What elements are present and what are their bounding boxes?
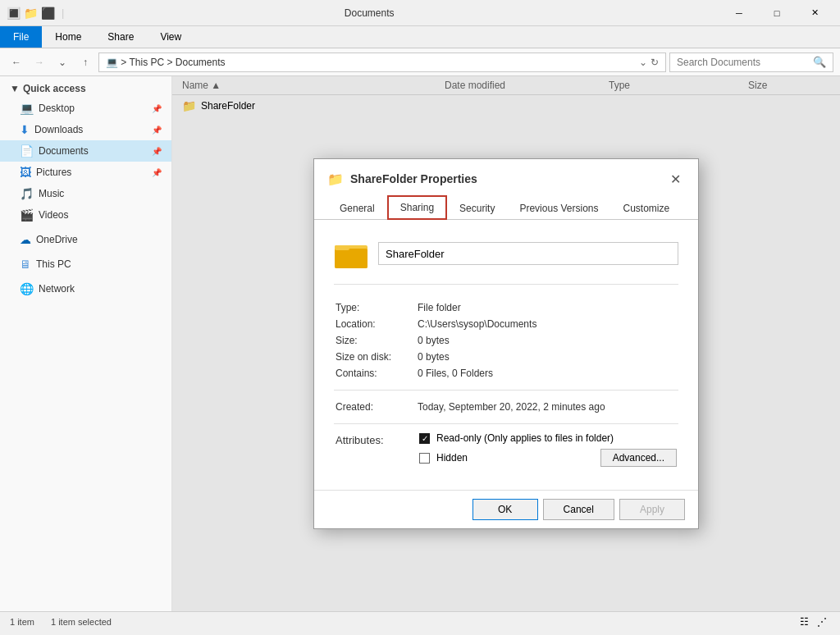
back-button[interactable]: ←	[7, 53, 26, 72]
tab-share[interactable]: Share	[94, 26, 147, 48]
dialog-tabs: General Sharing Security Previous Versio…	[314, 195, 698, 220]
pictures-icon: 🖼	[20, 166, 31, 179]
tab-view[interactable]: View	[147, 26, 194, 48]
search-box: 🔍	[669, 53, 833, 72]
dialog-tab-sharing[interactable]: Sharing	[387, 195, 447, 220]
readonly-label: Read-only (Only applies to files in fold…	[436, 432, 614, 444]
address-bar: ← → ⌄ ↑ 💻 > This PC > Documents ⌄ ↻ 🔍	[0, 48, 840, 76]
cancel-button[interactable]: Cancel	[543, 499, 614, 520]
sidebar-label-documents: Documents	[39, 145, 89, 157]
attributes-table: Attributes: Read-only (Only applies to f…	[334, 431, 678, 473]
tab-file[interactable]: File	[0, 26, 42, 48]
ribbon-tabs: File Home Share View	[0, 26, 840, 48]
sidebar-item-desktop[interactable]: 💻 Desktop 📌	[0, 98, 171, 119]
dialog-tab-security[interactable]: Security	[447, 195, 507, 220]
folder-name-row	[334, 236, 678, 285]
address-path[interactable]: 💻 > This PC > Documents ⌄ ↻	[98, 53, 666, 72]
videos-icon: 🎬	[20, 208, 34, 222]
maximize-button[interactable]: □	[758, 0, 796, 26]
refresh-icon[interactable]: ↻	[651, 57, 659, 68]
dialog-overlay: 📁 ShareFolder Properties ✕ General Shari…	[172, 76, 840, 611]
sidebar-label-videos: Videos	[39, 209, 68, 221]
tab-home[interactable]: Home	[42, 26, 94, 48]
pin-icon-downloads: 📌	[152, 126, 162, 135]
location-value: C:\Users\sysop\Documents	[418, 318, 677, 330]
size-on-disk-value: 0 bytes	[418, 351, 677, 363]
attributes-row: Attributes: Read-only (Only applies to f…	[336, 432, 677, 472]
forward-button[interactable]: →	[30, 53, 49, 72]
grid-view-button[interactable]: ⋰	[814, 614, 830, 630]
content-area: Name ▲ Date modified Type Size 📁 ShareFo…	[172, 76, 840, 611]
window-controls: ─ □ ✕	[720, 0, 833, 26]
minimize-button[interactable]: ─	[720, 0, 758, 26]
sidebar-item-documents[interactable]: 📄 Documents 📌	[0, 140, 171, 162]
dialog-tab-customize[interactable]: Customize	[610, 195, 682, 220]
sidebar-item-network[interactable]: 🌐 Network	[0, 278, 171, 299]
title-bar: 🔳 📁 ⬛ | Documents ─ □ ✕	[0, 0, 840, 26]
size-on-disk-row: Size on disk: 0 bytes	[336, 349, 677, 365]
onedrive-icon: ☁	[20, 233, 31, 246]
divider-2	[334, 423, 678, 424]
hidden-checkbox[interactable]	[419, 453, 430, 464]
quick-access-label: Quick access	[23, 83, 86, 94]
folder-icon-large	[334, 236, 368, 271]
folder-name-input[interactable]	[378, 242, 678, 265]
dialog-content: Type: File folder Location: C:\Users\sys…	[314, 220, 698, 490]
thispc-section: 🖥 This PC	[0, 254, 171, 275]
hidden-label: Hidden	[436, 452, 468, 464]
sidebar: ▼ Quick access 💻 Desktop 📌 ⬇ Downloads 📌…	[0, 76, 172, 611]
dialog-title-bar: 📁 ShareFolder Properties ✕	[314, 159, 698, 195]
sidebar-item-downloads[interactable]: ⬇ Downloads 📌	[0, 119, 171, 140]
dialog-tab-general[interactable]: General	[327, 195, 387, 220]
size-value: 0 bytes	[418, 335, 677, 346]
pin-icon-pictures: 📌	[152, 168, 162, 177]
up-button[interactable]: ↑	[75, 53, 95, 72]
sidebar-item-videos[interactable]: 🎬 Videos	[0, 204, 171, 226]
sidebar-item-onedrive[interactable]: ☁ OneDrive	[0, 229, 171, 250]
readonly-row: Read-only (Only applies to files in fold…	[419, 432, 677, 444]
path-text: 💻 > This PC > Documents	[106, 57, 226, 68]
divider-1	[334, 390, 678, 391]
created-row: Created: Today, September 20, 2022, 2 mi…	[336, 399, 677, 415]
location-label: Location:	[336, 318, 418, 330]
attributes-label: Attributes:	[336, 432, 418, 472]
network-icon: 🌐	[20, 282, 34, 295]
chevron-icon: ▼	[10, 83, 20, 94]
main-layout: ▼ Quick access 💻 Desktop 📌 ⬇ Downloads 📌…	[0, 76, 840, 611]
close-button[interactable]: ✕	[796, 0, 833, 26]
status-bar: 1 item 1 item selected ☷ ⋰	[0, 611, 840, 631]
attributes-values: Read-only (Only applies to files in fold…	[419, 432, 677, 472]
advanced-button[interactable]: Advanced...	[600, 449, 677, 467]
type-label: Type:	[336, 302, 418, 313]
svg-rect-1	[335, 249, 368, 268]
dialog-tab-previous-versions[interactable]: Previous Versions	[507, 195, 610, 220]
pin-icon-documents: 📌	[152, 147, 162, 156]
dialog-title-icon: 📁	[327, 171, 344, 187]
desktop-icon: 💻	[20, 102, 34, 115]
location-row: Location: C:\Users\sysop\Documents	[336, 316, 677, 332]
sidebar-label-pictures: Pictures	[36, 167, 71, 178]
contains-row: Contains: 0 Files, 0 Folders	[336, 365, 677, 381]
recent-button[interactable]: ⌄	[52, 53, 72, 72]
size-label: Size:	[336, 335, 418, 346]
sidebar-label-desktop: Desktop	[39, 103, 75, 114]
list-view-button[interactable]: ☷	[796, 614, 812, 630]
path-chevron: ⌄	[639, 57, 647, 68]
contains-value: 0 Files, 0 Folders	[418, 368, 677, 379]
dialog-close-button[interactable]: ✕	[665, 169, 685, 189]
onedrive-section: ☁ OneDrive	[0, 229, 171, 250]
properties-dialog: 📁 ShareFolder Properties ✕ General Shari…	[313, 158, 699, 529]
thispc-icon: 🖥	[20, 258, 31, 271]
sidebar-label-network: Network	[39, 283, 75, 295]
created-table: Created: Today, September 20, 2022, 2 mi…	[334, 397, 678, 417]
attributes-section: Attributes: Read-only (Only applies to f…	[334, 431, 678, 473]
sidebar-item-thispc[interactable]: 🖥 This PC	[0, 254, 171, 275]
apply-button[interactable]: Apply	[619, 499, 685, 520]
search-input[interactable]	[677, 57, 810, 68]
sidebar-item-music[interactable]: 🎵 Music	[0, 183, 171, 204]
quick-access-header[interactable]: ▼ Quick access	[0, 80, 171, 98]
readonly-checkbox[interactable]	[419, 433, 430, 444]
network-section: 🌐 Network	[0, 278, 171, 299]
sidebar-item-pictures[interactable]: 🖼 Pictures 📌	[0, 162, 171, 183]
ok-button[interactable]: OK	[472, 499, 538, 520]
